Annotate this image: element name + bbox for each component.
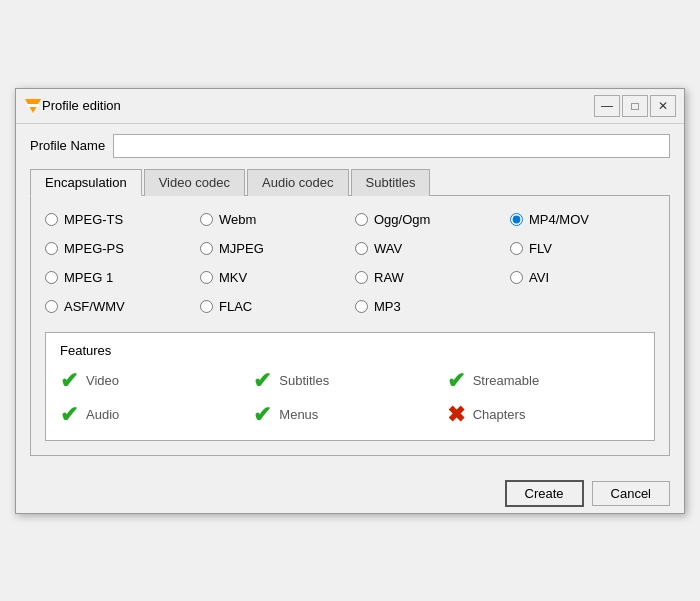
create-button[interactable]: Create — [505, 480, 584, 507]
tab-video-codec[interactable]: Video codec — [144, 169, 245, 196]
window-controls: — □ ✕ — [594, 95, 676, 117]
radio-label-mpeg-ps: MPEG-PS — [64, 241, 124, 256]
radio-item-wav[interactable]: WAV — [355, 241, 500, 256]
features-box: Features ✔Video✔Subtitles✔Streamable✔Aud… — [45, 332, 655, 441]
radio-label-mkv: MKV — [219, 270, 247, 285]
tab-encapsulation[interactable]: Encapsulation — [30, 169, 142, 196]
features-grid: ✔Video✔Subtitles✔Streamable✔Audio✔Menus✖… — [60, 370, 640, 426]
radio-item-flv[interactable]: FLV — [510, 241, 655, 256]
radio-label-flac: FLAC — [219, 299, 252, 314]
radio-item-mjpeg[interactable]: MJPEG — [200, 241, 345, 256]
minimize-button[interactable]: — — [594, 95, 620, 117]
profile-name-input[interactable] — [113, 134, 670, 158]
radio-item-ogg-ogm[interactable]: Ogg/Ogm — [355, 212, 500, 227]
radio-label-avi: AVI — [529, 270, 549, 285]
radio-flac[interactable] — [200, 300, 213, 313]
radio-item-mpeg-ts[interactable]: MPEG-TS — [45, 212, 190, 227]
radio-label-raw: RAW — [374, 270, 404, 285]
radio-item-webm[interactable]: Webm — [200, 212, 345, 227]
close-button[interactable]: ✕ — [650, 95, 676, 117]
radio-label-mp3: MP3 — [374, 299, 401, 314]
radio-item-mpeg1[interactable]: MPEG 1 — [45, 270, 190, 285]
feature-item-chapters: ✖Chapters — [447, 404, 640, 426]
radio-item-mp3[interactable]: MP3 — [355, 299, 500, 314]
radio-webm[interactable] — [200, 213, 213, 226]
feature-label-video: Video — [86, 373, 119, 388]
radio-asf-wmv[interactable] — [45, 300, 58, 313]
radio-mpeg-ps[interactable] — [45, 242, 58, 255]
cancel-button[interactable]: Cancel — [592, 481, 670, 506]
feature-item-menus: ✔Menus — [253, 404, 446, 426]
radio-item-avi[interactable]: AVI — [510, 270, 655, 285]
check-icon: ✔ — [447, 370, 465, 392]
radio-label-flv: FLV — [529, 241, 552, 256]
window-content: Profile Name Encapsulation Video codec A… — [16, 124, 684, 470]
radio-item-raw[interactable]: RAW — [355, 270, 500, 285]
radio-label-webm: Webm — [219, 212, 256, 227]
title-bar: Profile edition — □ ✕ — [16, 89, 684, 124]
feature-label-menus: Menus — [279, 407, 318, 422]
maximize-button[interactable]: □ — [622, 95, 648, 117]
feature-item-video: ✔Video — [60, 370, 253, 392]
profile-name-label: Profile Name — [30, 138, 105, 153]
radio-item-mp4-mov[interactable]: MP4/MOV — [510, 212, 655, 227]
radio-ogg-ogm[interactable] — [355, 213, 368, 226]
feature-label-chapters: Chapters — [473, 407, 526, 422]
window-title: Profile edition — [42, 98, 594, 113]
radio-mkv[interactable] — [200, 271, 213, 284]
radio-item-flac[interactable]: FLAC — [200, 299, 345, 314]
features-title: Features — [60, 343, 640, 358]
radio-mp4-mov[interactable] — [510, 213, 523, 226]
profile-name-row: Profile Name — [30, 134, 670, 158]
radio-label-asf-wmv: ASF/WMV — [64, 299, 125, 314]
radio-avi[interactable] — [510, 271, 523, 284]
feature-label-subtitles: Subtitles — [279, 373, 329, 388]
encapsulation-tab-content: MPEG-TSWebmOgg/OgmMP4/MOVMPEG-PSMJPEGWAV… — [30, 196, 670, 456]
feature-item-audio: ✔Audio — [60, 404, 253, 426]
radio-item-mpeg-ps[interactable]: MPEG-PS — [45, 241, 190, 256]
feature-label-streamable: Streamable — [473, 373, 539, 388]
check-icon: ✔ — [253, 370, 271, 392]
radio-mpeg1[interactable] — [45, 271, 58, 284]
tab-audio-codec[interactable]: Audio codec — [247, 169, 349, 196]
tabs-bar: Encapsulation Video codec Audio codec Su… — [30, 168, 670, 196]
feature-label-audio: Audio — [86, 407, 119, 422]
feature-item-streamable: ✔Streamable — [447, 370, 640, 392]
radio-flv[interactable] — [510, 242, 523, 255]
radio-raw[interactable] — [355, 271, 368, 284]
encapsulation-options: MPEG-TSWebmOgg/OgmMP4/MOVMPEG-PSMJPEGWAV… — [45, 212, 655, 314]
tab-subtitles[interactable]: Subtitles — [351, 169, 431, 196]
footer: Create Cancel — [16, 470, 684, 513]
radio-label-wav: WAV — [374, 241, 402, 256]
profile-edition-window: Profile edition — □ ✕ Profile Name Encap… — [15, 88, 685, 514]
check-icon: ✔ — [60, 404, 78, 426]
radio-mpeg-ts[interactable] — [45, 213, 58, 226]
radio-item-asf-wmv[interactable]: ASF/WMV — [45, 299, 190, 314]
check-icon: ✔ — [60, 370, 78, 392]
radio-mp3[interactable] — [355, 300, 368, 313]
radio-label-mp4-mov: MP4/MOV — [529, 212, 589, 227]
radio-mjpeg[interactable] — [200, 242, 213, 255]
radio-wav[interactable] — [355, 242, 368, 255]
vlc-icon — [24, 97, 42, 115]
radio-label-mjpeg: MJPEG — [219, 241, 264, 256]
cross-icon: ✖ — [447, 404, 465, 426]
feature-item-subtitles: ✔Subtitles — [253, 370, 446, 392]
radio-label-mpeg1: MPEG 1 — [64, 270, 113, 285]
radio-label-mpeg-ts: MPEG-TS — [64, 212, 123, 227]
radio-item-mkv[interactable]: MKV — [200, 270, 345, 285]
radio-label-ogg-ogm: Ogg/Ogm — [374, 212, 430, 227]
check-icon: ✔ — [253, 404, 271, 426]
